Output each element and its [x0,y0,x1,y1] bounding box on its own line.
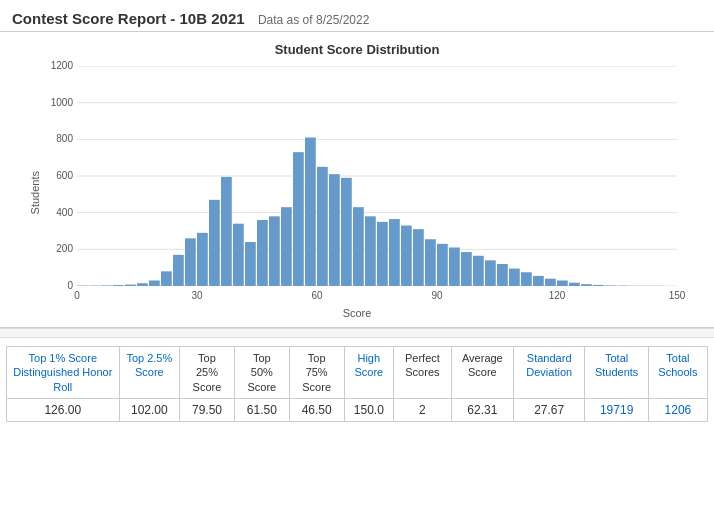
y-tick-label: 800 [27,133,73,144]
svg-rect-18 [209,200,220,286]
svg-rect-45 [533,276,544,286]
svg-rect-9 [101,285,112,286]
stats-header: Top 1% Score Distinguished Honor Roll [7,347,120,399]
stats-value: 62.31 [451,398,513,421]
svg-rect-24 [281,207,292,286]
stats-value: 150.0 [344,398,393,421]
stats-table: Top 1% Score Distinguished Honor RollTop… [6,346,708,422]
svg-rect-51 [605,285,616,286]
stats-value: 19719 [585,398,648,421]
svg-rect-16 [185,238,196,286]
svg-rect-47 [557,281,568,287]
svg-rect-10 [113,285,124,286]
stats-value: 46.50 [289,398,344,421]
svg-rect-14 [161,271,172,286]
svg-rect-32 [377,222,388,286]
svg-rect-49 [581,284,592,286]
stats-header: Average Score [451,347,513,399]
stats-header: Top 75% Score [289,347,344,399]
svg-rect-30 [353,207,364,286]
bar-chart [77,66,677,286]
svg-rect-36 [425,239,436,286]
svg-rect-22 [257,220,268,286]
svg-rect-41 [485,260,496,286]
stats-value: 102.00 [119,398,180,421]
x-tick-label: 90 [431,290,442,301]
svg-rect-17 [197,233,208,286]
date-label: Data as of 8/25/2022 [258,13,369,27]
chart-container: Students 020040060080010001200 030609012… [27,61,687,321]
svg-rect-29 [341,178,352,286]
x-tick-label: 60 [311,290,322,301]
svg-rect-13 [149,281,160,287]
stats-value: 126.00 [7,398,120,421]
svg-rect-23 [269,216,280,286]
svg-rect-21 [245,242,256,286]
chart-title: Student Score Distribution [10,42,704,57]
svg-rect-27 [317,167,328,286]
stats-header: Standard Deviation [513,347,584,399]
svg-rect-25 [293,152,304,286]
y-tick-label: 1000 [27,97,73,108]
stats-section: Top 1% Score Distinguished Honor RollTop… [0,338,714,426]
svg-rect-48 [569,283,580,286]
svg-rect-35 [413,229,424,286]
stats-value: 27.67 [513,398,584,421]
svg-rect-46 [545,279,556,286]
svg-rect-15 [173,255,184,286]
header: Contest Score Report - 10B 2021 Data as … [0,0,714,32]
svg-rect-50 [593,285,604,286]
page-title: Contest Score Report - 10B 2021 [12,10,245,27]
stats-header: Top 25% Score [180,347,235,399]
stats-value: 79.50 [180,398,235,421]
y-tick-label: 200 [27,243,73,254]
svg-rect-33 [389,219,400,286]
svg-rect-40 [473,256,484,286]
x-tick-label: 30 [191,290,202,301]
stats-header: Top 50% Score [234,347,289,399]
svg-rect-37 [437,244,448,286]
svg-rect-44 [521,272,532,286]
stats-header: Total Schools [648,347,707,399]
svg-rect-11 [125,285,136,286]
stats-header: Perfect Scores [394,347,452,399]
svg-rect-34 [401,226,412,287]
divider [0,328,714,338]
y-tick-label: 400 [27,207,73,218]
stats-value: 1206 [648,398,707,421]
svg-rect-39 [461,252,472,286]
y-tick-label: 0 [27,280,73,291]
stats-header: High Score [344,347,393,399]
y-tick-label: 1200 [27,60,73,71]
x-tick-label: 0 [74,290,80,301]
svg-rect-26 [305,138,316,287]
svg-rect-38 [449,248,460,287]
stats-value: 2 [394,398,452,421]
x-tick-label: 150 [669,290,686,301]
stats-header: Top 2.5% Score [119,347,180,399]
svg-rect-20 [233,224,244,286]
svg-rect-31 [365,216,376,286]
x-tick-label: 120 [549,290,566,301]
stats-header: Total Students [585,347,648,399]
svg-rect-19 [221,177,232,286]
svg-rect-42 [497,264,508,286]
stats-value: 61.50 [234,398,289,421]
x-axis-label: Score [343,307,372,319]
svg-rect-12 [137,283,148,286]
chart-section: Student Score Distribution Students 0200… [0,32,714,328]
y-tick-label: 600 [27,170,73,181]
svg-rect-28 [329,174,340,286]
svg-rect-43 [509,269,520,286]
